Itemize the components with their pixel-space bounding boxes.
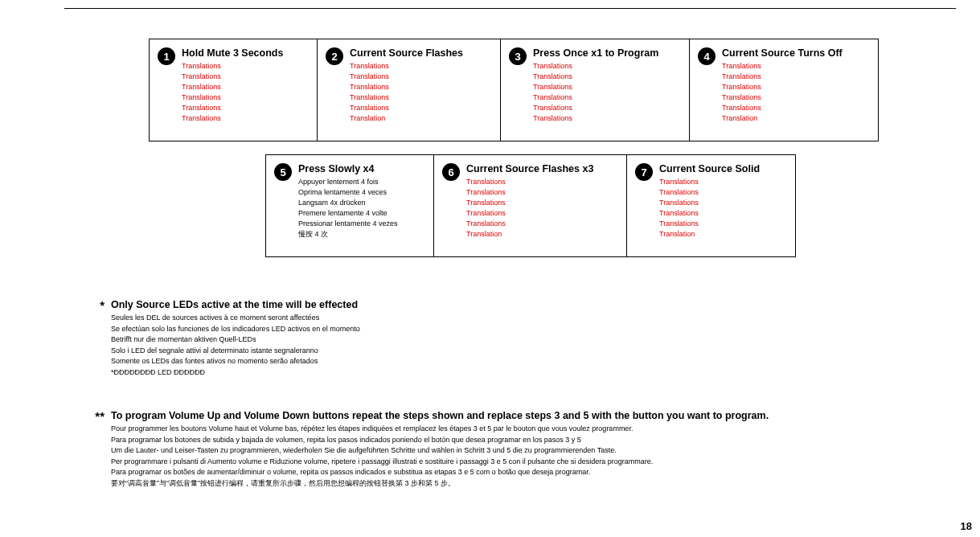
steps-row-1: 1Hold Mute 3 SecondsTranslationsTranslat… xyxy=(149,39,879,141)
step-1-translation: Translations xyxy=(182,72,283,82)
step-5-translation: Premere lentamente 4 volte xyxy=(298,208,398,219)
note1-line: Somente os LEDs das fontes ativos no mom… xyxy=(111,356,360,367)
step-number-6: 6 xyxy=(442,163,460,181)
step-7-translation: Translations xyxy=(659,208,760,219)
step-2-translation: Translations xyxy=(350,61,463,72)
note1-line: Betrifft nur die momentan aktiven Quell-… xyxy=(111,334,360,346)
note2-line: Pour programmer les boutons Volume haut … xyxy=(111,424,769,435)
step-body-6: Current Source Flashes x3TranslationsTra… xyxy=(466,163,593,240)
step-7-translation: Translations xyxy=(659,198,760,208)
step-title-6: Current Source Flashes x3 xyxy=(466,163,593,174)
step-box-2: 2Current Source FlashesTranslationsTrans… xyxy=(318,39,501,141)
footnote-1-mark: * xyxy=(88,298,105,312)
step-3-translation: Translations xyxy=(533,82,658,92)
step-body-1: Hold Mute 3 SecondsTranslationsTranslati… xyxy=(182,47,283,124)
step-title-5: Press Slowly x4 xyxy=(298,163,398,174)
step-number-3: 3 xyxy=(509,47,527,65)
step-title-4: Current Source Turns Off xyxy=(722,47,843,59)
step-number-7: 7 xyxy=(635,163,653,181)
step-number-4: 4 xyxy=(698,47,716,65)
steps-row-2: 5Press Slowly x4Appuyer lentement 4 fois… xyxy=(265,154,796,257)
step-box-1: 1Hold Mute 3 SecondsTranslationsTranslat… xyxy=(149,39,318,141)
note2-line: Per programmare i pulsanti di Aumento vo… xyxy=(111,457,769,468)
footnote-2-mark: ** xyxy=(88,409,105,423)
step-6-translation: Translations xyxy=(466,187,593,198)
note1-line: *ÐÐÐÐÐÐÐÐ LED ÐÐÐÐÐÐ xyxy=(111,367,360,379)
step-box-3: 3Press Once x1 to ProgramTranslationsTra… xyxy=(501,39,690,141)
step-2-translation: Translations xyxy=(350,82,463,92)
step-1-translation: Translations xyxy=(182,82,283,92)
footnote-1-body: Only Source LEDs active at the time will… xyxy=(111,299,360,378)
note2-line: Para programar os botões de aumentar/dim… xyxy=(111,467,769,478)
step-7-translation: Translations xyxy=(659,219,760,229)
step-1-translation: Translations xyxy=(182,61,283,72)
step-2-translation: Translations xyxy=(350,92,463,103)
step-6-translation: Translations xyxy=(466,177,593,187)
step-5-translation: Pressionar lentamente 4 vezes xyxy=(298,219,398,229)
note2-line: 要对“调高音量”与“调低音量”按钮进行编程，请重复所示步骤，然后用您想编程的按钮… xyxy=(111,478,769,490)
step-6-translation: Translation xyxy=(466,229,593,240)
step-number-5: 5 xyxy=(274,163,292,181)
footnote-1: * Only Source LEDs active at the time wi… xyxy=(88,299,360,378)
step-body-4: Current Source Turns OffTranslationsTran… xyxy=(722,47,843,124)
step-7-translation: Translations xyxy=(659,177,760,187)
step-4-translation: Translations xyxy=(722,92,843,103)
note1-line: Solo i LED del segnale attivi al determi… xyxy=(111,346,360,357)
step-title-2: Current Source Flashes xyxy=(350,47,463,59)
step-4-translation: Translations xyxy=(722,103,843,113)
step-3-translation: Translations xyxy=(533,103,658,113)
note1-line: Seules les DEL de sources actives à ce m… xyxy=(111,313,360,324)
step-3-translation: Translations xyxy=(533,72,658,82)
step-body-2: Current Source FlashesTranslationsTransl… xyxy=(350,47,463,124)
footnote-2: ** To program Volume Up and Volume Down … xyxy=(88,410,769,489)
step-7-translation: Translation xyxy=(659,229,760,240)
step-1-translation: Translations xyxy=(182,103,283,113)
step-5-translation: Langsam 4x drücken xyxy=(298,198,398,208)
step-6-translation: Translations xyxy=(466,198,593,208)
step-3-translation: Translations xyxy=(533,113,658,124)
step-2-translation: Translation xyxy=(350,113,463,124)
footnote-1-title: Only Source LEDs active at the time will… xyxy=(111,299,360,310)
step-box-4: 4Current Source Turns OffTranslationsTra… xyxy=(690,39,879,141)
step-3-translation: Translations xyxy=(533,92,658,103)
step-4-translation: Translations xyxy=(722,72,843,82)
top-rule xyxy=(64,8,956,9)
step-title-3: Press Once x1 to Program xyxy=(533,47,658,59)
step-body-5: Press Slowly x4Appuyer lentement 4 foisO… xyxy=(298,163,398,240)
step-body-3: Press Once x1 to ProgramTranslationsTran… xyxy=(533,47,658,124)
step-2-translation: Translations xyxy=(350,103,463,113)
step-4-translation: Translations xyxy=(722,61,843,72)
step-body-7: Current Source SolidTranslationsTranslat… xyxy=(659,163,760,240)
step-box-7: 7Current Source SolidTranslationsTransla… xyxy=(627,154,796,257)
footnote-2-body: To program Volume Up and Volume Down but… xyxy=(111,410,769,489)
step-5-translation: Oprima lentamente 4 veces xyxy=(298,187,398,198)
step-6-translation: Translations xyxy=(466,219,593,229)
note2-line: Para programar los botones de subida y b… xyxy=(111,435,769,446)
step-1-translation: Translations xyxy=(182,92,283,103)
step-3-translation: Translations xyxy=(533,61,658,72)
note2-line: Um die Lauter- und Leiser-Tasten zu prog… xyxy=(111,445,769,457)
step-box-5: 5Press Slowly x4Appuyer lentement 4 fois… xyxy=(265,154,434,257)
step-title-1: Hold Mute 3 Seconds xyxy=(182,47,283,59)
step-box-6: 6Current Source Flashes x3TranslationsTr… xyxy=(434,154,627,257)
step-number-2: 2 xyxy=(326,47,343,65)
step-2-translation: Translations xyxy=(350,72,463,82)
step-title-7: Current Source Solid xyxy=(659,163,760,174)
step-5-translation: 慢按 4 次 xyxy=(298,229,398,240)
note1-line: Se efectúan solo las funciones de los in… xyxy=(111,324,360,335)
step-number-1: 1 xyxy=(158,47,175,65)
step-1-translation: Translations xyxy=(182,113,283,124)
page-number: 18 xyxy=(961,520,972,532)
footnote-2-title: To program Volume Up and Volume Down but… xyxy=(111,410,769,421)
step-6-translation: Translations xyxy=(466,208,593,219)
step-4-translation: Translations xyxy=(722,82,843,92)
step-4-translation: Translation xyxy=(722,113,843,124)
step-7-translation: Translations xyxy=(659,187,760,198)
step-5-translation: Appuyer lentement 4 fois xyxy=(298,177,398,187)
